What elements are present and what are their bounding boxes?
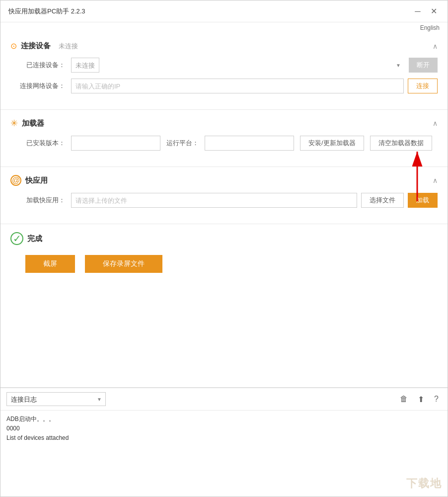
complete-section: ✓ 完成 截屏 保存录屏文件 xyxy=(0,224,448,281)
platform-label: 运行平台： xyxy=(166,139,199,148)
language-button[interactable]: English xyxy=(420,24,440,31)
minimize-button[interactable]: ─ xyxy=(412,5,424,17)
installed-version-label: 已安装版本： xyxy=(10,139,65,148)
loader-title-row: ✳ 加载器 xyxy=(10,118,44,129)
log-select-wrapper: 连接日志 xyxy=(6,392,106,406)
network-device-control: 连接 xyxy=(71,79,438,93)
log-line-1: ADB启动中。。。 xyxy=(6,414,442,424)
bottom-toolbar: 连接日志 🗑 ⬆ ? xyxy=(0,388,448,411)
connected-device-select[interactable]: 未连接 xyxy=(71,58,99,73)
complete-icon: ✓ xyxy=(10,232,23,245)
network-device-label: 连接网络设备： xyxy=(10,82,65,90)
log-select[interactable]: 连接日志 xyxy=(6,392,106,406)
quick-app-title: 快应用 xyxy=(25,176,48,185)
connected-device-row: 已连接设备： 未连接 断开 xyxy=(10,58,438,73)
disconnect-button[interactable]: 断开 xyxy=(409,58,438,73)
language-area: English xyxy=(0,22,448,33)
app-title: 快应用加载器PC助手 2.2.3 xyxy=(8,7,412,16)
install-loader-button[interactable]: 安装/更新加载器 xyxy=(300,136,364,151)
clear-loader-button[interactable]: 清空加载器数据 xyxy=(370,136,432,151)
connect-title-row: ⊙ 连接设备 未连接 xyxy=(10,41,78,51)
connect-section: ⊙ 连接设备 未连接 ∧ 已连接设备： 未连接 断开 xyxy=(0,33,448,110)
connect-section-header: ⊙ 连接设备 未连接 ∧ xyxy=(10,41,438,51)
help-button[interactable]: ? xyxy=(431,394,442,405)
delete-log-button[interactable]: 🗑 xyxy=(397,394,411,405)
close-button[interactable]: ✕ xyxy=(428,5,440,17)
loader-info-row: 已安装版本： 未安装 运行平台： 未安装 安装/更新加载器 清空加载器数据 xyxy=(10,136,438,151)
quick-app-header: @ 快应用 ∧ xyxy=(10,175,438,186)
bottom-panel: 连接日志 🗑 ⬆ ? ADB启动中。。。 0000 List of device… xyxy=(0,387,448,497)
quick-app-collapse-button[interactable]: ∧ xyxy=(433,176,438,184)
load-button[interactable]: 加载 xyxy=(408,193,438,208)
platform-value-input: 未安装 xyxy=(205,136,294,151)
connect-button[interactable]: 连接 xyxy=(408,79,438,93)
connect-status: 未连接 xyxy=(59,42,78,51)
complete-title: 完成 xyxy=(27,234,42,244)
quick-app-icon: @ xyxy=(10,175,21,186)
connect-title: 连接设备 xyxy=(21,41,51,51)
title-bar: 快应用加载器PC助手 2.2.3 ─ ✕ xyxy=(0,0,448,22)
complete-header: ✓ 完成 xyxy=(10,232,438,245)
log-line-2: 0000 xyxy=(6,424,442,433)
action-buttons: 截屏 保存录屏文件 xyxy=(10,255,438,273)
upload-log-button[interactable]: ⬆ xyxy=(415,394,427,405)
connect-collapse-button[interactable]: ∧ xyxy=(433,42,438,50)
loader-collapse-button[interactable]: ∧ xyxy=(433,119,438,127)
connected-device-select-wrapper: 未连接 xyxy=(71,58,405,73)
screenshot-button[interactable]: 截屏 xyxy=(25,255,75,273)
save-record-button[interactable]: 保存录屏文件 xyxy=(85,255,162,273)
window-controls: ─ ✕ xyxy=(412,5,440,17)
network-device-row: 连接网络设备： 连接 xyxy=(10,79,438,93)
loader-section-header: ✳ 加载器 ∧ xyxy=(10,118,438,129)
log-content: ADB启动中。。。 0000 List of devices attached xyxy=(0,411,448,497)
installed-version-input: 未安装 xyxy=(71,136,160,151)
load-quick-app-row: 加载快应用： 选择文件 加载 xyxy=(10,193,438,208)
loader-icon: ✳ xyxy=(10,118,18,129)
network-device-input[interactable] xyxy=(71,79,404,93)
main-content: ⊙ 连接设备 未连接 ∧ 已连接设备： 未连接 断开 xyxy=(0,33,448,387)
quick-app-section: @ 快应用 ∧ 加载快应用： 选择文件 加载 xyxy=(0,167,448,224)
connected-device-label: 已连接设备： xyxy=(10,61,65,70)
connect-icon: ⊙ xyxy=(10,41,17,51)
loader-row: 未安装 运行平台： 未安装 安装/更新加载器 清空加载器数据 xyxy=(71,136,432,151)
quick-app-title-row: @ 快应用 xyxy=(10,175,48,186)
load-quick-app-label: 加载快应用： xyxy=(10,196,65,205)
watermark: 下载地 xyxy=(406,476,442,491)
loader-section: ✳ 加载器 ∧ 已安装版本： 未安装 运行平台： 未安装 安装/更新加载器 清空… xyxy=(0,110,448,167)
select-file-button[interactable]: 选择文件 xyxy=(361,193,404,208)
log-line-3: List of devices attached xyxy=(6,433,442,443)
connected-device-control: 未连接 断开 xyxy=(71,58,438,73)
loader-title: 加载器 xyxy=(22,119,44,128)
load-quick-app-input[interactable] xyxy=(71,193,357,208)
load-quick-app-control: 选择文件 加载 xyxy=(71,193,438,208)
